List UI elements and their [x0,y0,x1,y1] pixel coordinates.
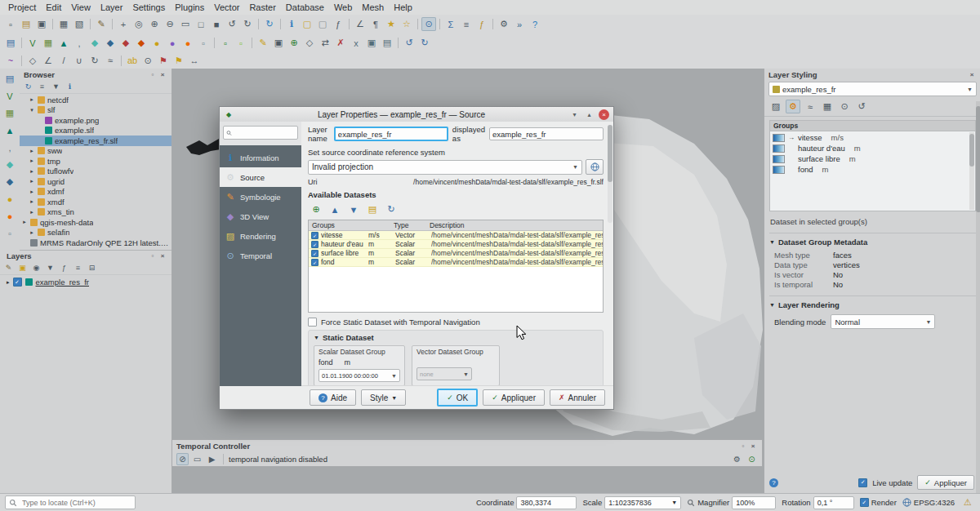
styling-apply-button[interactable]: ✓ Appliquer [917,475,974,490]
magnifier-input[interactable]: 100% [732,496,776,509]
properties-search-box[interactable] [223,126,298,140]
force-static-checkbox[interactable] [308,318,317,327]
dataset-group-fond[interactable]: fondm [770,164,975,175]
browser-item-netcdf[interactable]: ▸netcdf [20,95,172,105]
close-panel-icon[interactable]: × [158,69,167,79]
apply-button[interactable]: ✓ Appliquer [483,389,545,406]
new-project-icon[interactable]: ▫ [3,17,18,31]
add-mesh-layer-icon[interactable]: ▲ [2,123,17,137]
styling-tab-history-icon[interactable]: ↺ [854,100,869,113]
ok-button[interactable]: ✓ OK [437,389,478,407]
crs-status[interactable]: EPSG:4326 [902,498,955,507]
vector-dataset-select[interactable]: none ▼ [416,367,472,380]
float-panel-icon[interactable]: ▫ [738,441,748,451]
undo-icon[interactable]: ↺ [402,36,416,50]
add-wfs-layer-icon[interactable]: ● [2,209,17,223]
tree-expander-icon[interactable]: ▸ [29,178,35,184]
expand-dataset-tree-icon[interactable]: ▼ [345,202,362,217]
tree-expander-icon[interactable]: ▸ [29,209,35,216]
properties-tab-3d-view[interactable]: ◆3D View [220,207,301,226]
properties-tab-rendering[interactable]: ▨Rendering [220,226,301,246]
pan-to-selection-icon[interactable]: ◎ [131,17,146,31]
menu-database[interactable]: Database [281,2,329,13]
add-wms-layer-icon[interactable]: ● [149,36,164,50]
collapse-arrow-icon[interactable]: ▼ [314,335,319,340]
vertex-tool-all-layers-icon[interactable]: ◇ [25,54,40,68]
tree-expander-icon[interactable]: ▾ [29,107,35,113]
add-spatialite-layer-icon[interactable]: ◆ [87,36,102,50]
statistical-summary-icon[interactable]: Σ [443,17,458,31]
zoom-next-icon[interactable]: ↻ [240,17,255,31]
dataset-checkbox[interactable]: ✓ [311,232,318,239]
rotation-input[interactable]: 0,1 ° [813,496,854,509]
simplify-feature-icon[interactable]: ≈ [103,54,118,68]
dataset-group-hauteur-d-eau[interactable]: hauteur d'eaum [770,143,975,153]
styling-layer-select[interactable]: example_res_fr ▼ [768,82,977,96]
metadata-section-header[interactable]: ▼ Dataset Group Metadata [769,233,976,247]
tree-expander-icon[interactable]: ▸ [29,168,35,175]
close-panel-icon[interactable]: × [158,251,167,260]
new-geopackage-layer-icon[interactable]: ▫ [218,36,233,50]
style-manager-icon[interactable]: ✎ [94,17,109,31]
temporal-settings-gear-icon[interactable]: ⚙ [731,453,743,465]
highlight-pinned-labels-icon[interactable]: ⚑ [172,54,186,68]
open-project-icon[interactable]: ▤ [19,17,33,31]
fixed-range-navigation-icon[interactable]: ▭ [191,453,203,465]
redo-icon[interactable]: ↻ [417,36,432,50]
assign-extra-dataset-icon[interactable]: ⊕ [308,202,324,217]
new-bookmark-icon[interactable]: ★ [384,17,399,31]
locate-box[interactable] [5,495,136,509]
dataset-checkbox[interactable]: ✓ [311,241,318,248]
styling-tab-symbology-icon[interactable]: ▨ [768,100,783,113]
merge-features-icon[interactable]: ∪ [72,54,87,68]
browser-item-xmdf[interactable]: ▸xmdf [20,197,172,207]
browser-item-ugrid[interactable]: ▸ugrid [20,176,172,187]
field-calculator-icon[interactable]: ƒ [474,17,489,31]
styling-tab-mesh-frame-icon[interactable]: ▦ [820,100,835,113]
check-all-datasets-icon[interactable]: ▤ [364,202,381,217]
add-delimited-text-layer-icon[interactable]: , [2,140,17,154]
browser-item-example-slf[interactable]: example.slf [20,126,172,136]
dataset-row-fond[interactable]: ✓fondmScalar/home/vincent/meshData/mdal-… [309,258,603,267]
zoom-last-icon[interactable]: ↺ [225,17,239,31]
add-oracle-layer-icon[interactable]: ◆ [134,36,149,50]
export-animation-icon[interactable]: ⊙ [746,453,758,465]
browser-item-mrms-radaronly-qpe-12h-latest-grib2[interactable]: MRMS RadarOnly QPE 12H latest.grib2 [20,238,172,248]
browser-item-example-res-fr-slf[interactable]: example_res_fr.slf [20,136,172,146]
static-dataset-header[interactable]: ▼ Static Dataset [314,333,598,342]
properties-tab-information[interactable]: ℹInformation [220,148,301,167]
collapse-arrow-icon[interactable]: ▼ [769,239,775,245]
filter-browser-icon[interactable]: ▼ [50,81,62,92]
new-print-layout-icon[interactable]: ▦ [56,17,71,31]
cancel-button[interactable]: ✗ Annuler [550,389,605,406]
menu-project[interactable]: Project [3,2,41,13]
temporal-navigation-off-icon[interactable]: ⊘ [176,453,189,465]
properties-search-input[interactable] [234,128,295,138]
layer-rendering-section-header[interactable]: ▼ Layer Rendering [769,295,976,309]
properties-tab-symbologie[interactable]: ✎Symbologie [220,187,301,207]
browser-item-tmp[interactable]: ▸tmp [20,156,172,167]
select-by-expression-icon[interactable]: ƒ [331,17,345,31]
dataset-checkbox[interactable]: ✓ [311,250,318,257]
help-icon[interactable]: ? [769,478,778,487]
save-project-icon[interactable]: ▣ [34,17,49,31]
add-mesh-layer-icon[interactable]: ▲ [56,36,71,50]
manage-map-themes-icon[interactable]: ◉ [30,262,42,273]
tree-expander-icon[interactable]: ▸ [29,229,35,236]
layer-name-input[interactable] [334,127,448,141]
force-static-row[interactable]: Force Static Dataset with Temporal Navig… [308,318,604,327]
tree-expander-icon[interactable]: ▸ [29,189,35,195]
add-vector-layer-icon[interactable]: V [25,36,40,50]
float-panel-icon[interactable]: ▫ [148,251,158,260]
layer-visibility-checkbox[interactable]: ✓ [13,278,22,287]
filter-by-expression-icon[interactable]: ƒ [58,262,70,273]
add-delimited-text-layer-icon[interactable]: , [72,36,87,50]
tree-expander-icon[interactable]: ▸ [7,279,10,286]
add-postgis-layer-icon[interactable]: ◆ [103,36,118,50]
temporal-controller-panel-icon[interactable]: ⊙ [421,17,436,31]
new-shapefile-layer-icon[interactable]: ▫ [234,36,248,50]
dialog-titlebar[interactable]: ◆ Layer Properties — example_res_fr — So… [220,107,613,122]
menu-web[interactable]: Web [329,2,357,13]
move-label-icon[interactable]: ↔ [187,54,202,68]
zoom-in-icon[interactable]: ⊕ [147,17,162,31]
